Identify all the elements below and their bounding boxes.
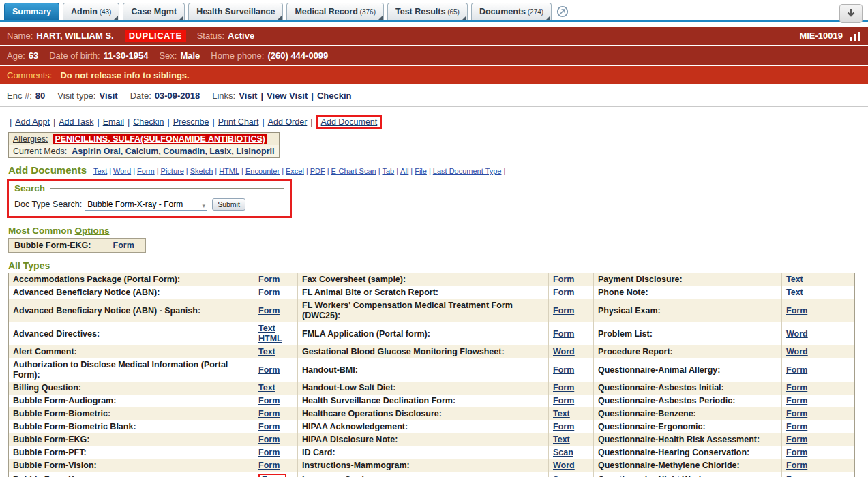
doc-link-questionnaire-methylene-chloride-form[interactable]: Form <box>786 461 807 471</box>
phone-label: Home phone: <box>211 50 264 61</box>
doc-type-link-e-chart-scan[interactable]: E-Chart Scan <box>331 167 376 175</box>
encounter-link-visit[interactable]: Visit <box>239 91 257 101</box>
action-link-checkin[interactable]: Checkin <box>133 117 164 127</box>
doc-link-gestational-blood-glucose-monitoring-flowsheet-word[interactable]: Word <box>553 347 575 357</box>
doc-link-id-card-scan[interactable]: Scan <box>553 448 573 458</box>
doc-type-link-html[interactable]: HTML <box>219 167 239 175</box>
doc-type-link-encounter[interactable]: Encounter <box>245 167 280 175</box>
chart-icon[interactable] <box>849 31 861 41</box>
options-link[interactable]: Options <box>75 226 110 236</box>
doc-link-payment-disclosure-text[interactable]: Text <box>786 275 803 285</box>
doc-type-link-text[interactable]: Text <box>93 167 107 175</box>
doc-link-fax-coversheet-sample-form[interactable]: Form <box>553 275 574 285</box>
doc-link-fmla-application-portal-form-form[interactable]: Form <box>553 329 574 339</box>
download-button[interactable] <box>839 4 863 23</box>
doc-link-questionnaire-animal-allergy-form[interactable]: Form <box>786 365 807 375</box>
submit-button[interactable]: Submit <box>212 198 245 211</box>
doc-link-problem-list-word[interactable]: Word <box>786 329 808 339</box>
action-link-add-document[interactable]: Add Document <box>316 115 383 129</box>
doc-type-link-all[interactable]: All <box>400 167 408 175</box>
doc-type-link-picture[interactable]: Picture <box>161 167 184 175</box>
allergy-value[interactable]: PENICILLINS, SULFA(SULFONAMIDE ANTIBIOTI… <box>53 134 267 144</box>
med-link-coumadin[interactable]: Coumadin <box>163 147 205 156</box>
doc-link-alert-comment-text[interactable]: Text <box>258 347 275 357</box>
doc-link-authorization-to-disclose-medical-information-portal-form-form[interactable]: Form <box>258 365 280 375</box>
doc-link-bubble-form-pft-form[interactable]: Form <box>258 448 280 458</box>
doc-link-phone-note-text[interactable]: Text <box>786 288 803 298</box>
doc-link-health-surveillance-declination-form-form[interactable]: Form <box>553 396 574 406</box>
doc-link-fl-animal-bite-or-scratch-report-form[interactable]: Form <box>553 288 574 298</box>
sex-label: Sex: <box>159 50 177 61</box>
doc-type-link-last-document-type[interactable]: Last Document Type <box>433 167 502 175</box>
tab-summary[interactable]: Summary <box>4 3 59 20</box>
doc-link-questionnaire-benzene-form[interactable]: Form <box>786 409 807 419</box>
doc-link-questionnaire-hearing-conservation-form[interactable]: Form <box>786 448 807 458</box>
doc-type-link-word[interactable]: Word <box>113 167 131 175</box>
doc-link-advanced-beneficiary-notice-abn-form[interactable]: Form <box>258 288 280 298</box>
doc-type-label: Gestational Blood Glucose Monitoring Flo… <box>298 345 549 358</box>
doc-link-healthcare-operations-disclosure-text[interactable]: Text <box>553 409 570 419</box>
doc-link-billing-question-text[interactable]: Text <box>258 383 275 393</box>
tab-medical-record[interactable]: Medical Record (376) <box>286 3 384 20</box>
doc-link-fl-workers-compensation-medical-treatment-form-dwc25-form[interactable]: Form <box>553 306 574 316</box>
doc-link-advanced-directives-text[interactable]: Text <box>258 324 275 334</box>
doc-type-link-tab[interactable]: Tab <box>383 167 395 175</box>
doc-link-bubble-form-biometric-form[interactable]: Form <box>258 409 280 419</box>
doc-type-link-file[interactable]: File <box>415 167 427 175</box>
action-link-add-appt[interactable]: Add Appt <box>15 117 50 127</box>
doc-link-questionnaire-ergonomic-form[interactable]: Form <box>786 422 807 432</box>
doc-link-questionnaire-health-risk-assessment-form[interactable]: Form <box>786 435 807 445</box>
action-link-prescribe[interactable]: Prescribe <box>173 117 209 127</box>
doc-link-accommodations-package-portal-form-form[interactable]: Form <box>258 275 280 285</box>
action-link-print-chart[interactable]: Print Chart <box>218 117 259 127</box>
tab-case-mgmt[interactable]: Case Mgmt <box>123 3 185 20</box>
doc-type-links-cell: Form <box>782 459 855 472</box>
doc-type-search-input[interactable] <box>85 198 207 211</box>
tab-label: Documents <box>479 7 526 16</box>
doc-type-label: HIPAA Acknowledgement: <box>298 420 549 433</box>
doc-link-advanced-directives-html[interactable]: HTML <box>258 334 282 344</box>
doc-type-label: Questionnaire-Night Worker: <box>594 472 782 477</box>
all-types-row: Accommodations Package (Portal Form):For… <box>9 273 855 287</box>
doc-link-handout-low-salt-diet-form[interactable]: Form <box>553 383 574 393</box>
doc-link-handout-bmi-form[interactable]: Form <box>553 365 574 375</box>
most-common-form-link[interactable]: Form <box>113 241 134 250</box>
action-link-add-task[interactable]: Add Task <box>59 117 93 127</box>
doc-link-bubble-form-audiogram-form[interactable]: Form <box>258 396 280 406</box>
doc-link-advanced-beneficiary-notice-abn-spanish-form[interactable]: Form <box>258 306 280 316</box>
doc-link-bubble-form-vision-form[interactable]: Form <box>258 461 280 471</box>
doc-link-bubble-form-ekg-form[interactable]: Form <box>258 435 280 445</box>
external-link-icon[interactable] <box>556 5 569 18</box>
doc-link-hipaa-disclosure-note-text[interactable]: Text <box>553 435 570 445</box>
doc-link-bubble-form-x-ray-form[interactable]: Form <box>258 474 286 477</box>
doc-type-link-excel[interactable]: Excel <box>286 167 304 175</box>
doc-type-link-form[interactable]: Form <box>137 167 155 175</box>
tab-test-results[interactable]: Test Results (65) <box>387 3 468 20</box>
doc-link-questionnaire-asbestos-periodic-form[interactable]: Form <box>786 396 807 406</box>
doc-type-links-cell: Form <box>254 446 298 459</box>
med-link-aspirin-oral[interactable]: Aspirin Oral <box>72 147 121 156</box>
tab-health-surveillance[interactable]: Health Surveillance <box>188 3 283 20</box>
action-link-email[interactable]: Email <box>103 117 124 127</box>
encounter-link-view-visit[interactable]: View Visit <box>267 91 308 101</box>
doc-type-link-sketch[interactable]: Sketch <box>190 167 213 175</box>
doc-link-procedure-report-word[interactable]: Word <box>786 347 808 357</box>
doc-link-physical-exam-form[interactable]: Form <box>786 306 807 316</box>
med-link-lasix[interactable]: Lasix <box>209 147 231 156</box>
action-link-add-order[interactable]: Add Order <box>268 117 308 127</box>
tab-admin[interactable]: Admin (43) <box>63 3 119 20</box>
doc-link-bubble-form-biometric-blank-form[interactable]: Form <box>258 422 280 432</box>
doc-link-instructions-mammogram-word[interactable]: Word <box>553 461 575 471</box>
status-label: Status: <box>197 31 224 41</box>
encounter-link-checkin[interactable]: Checkin <box>317 91 352 101</box>
current-meds-link[interactable]: Current Meds: <box>13 147 67 156</box>
med-link-lisinopril[interactable]: Lisinopril <box>236 147 274 156</box>
med-link-calcium[interactable]: Calcium <box>125 147 159 156</box>
doc-type-links-cell: Form <box>549 358 594 382</box>
doc-link-questionnaire-asbestos-initial-form[interactable]: Form <box>786 383 807 393</box>
doc-link-hipaa-acknowledgement-form[interactable]: Form <box>553 422 574 432</box>
doc-type-link-pdf[interactable]: PDF <box>310 167 325 175</box>
tab-documents[interactable]: Documents (274) <box>471 3 552 20</box>
doc-type-links-cell: Form <box>549 395 594 407</box>
allergies-link[interactable]: Allergies: <box>13 134 48 144</box>
